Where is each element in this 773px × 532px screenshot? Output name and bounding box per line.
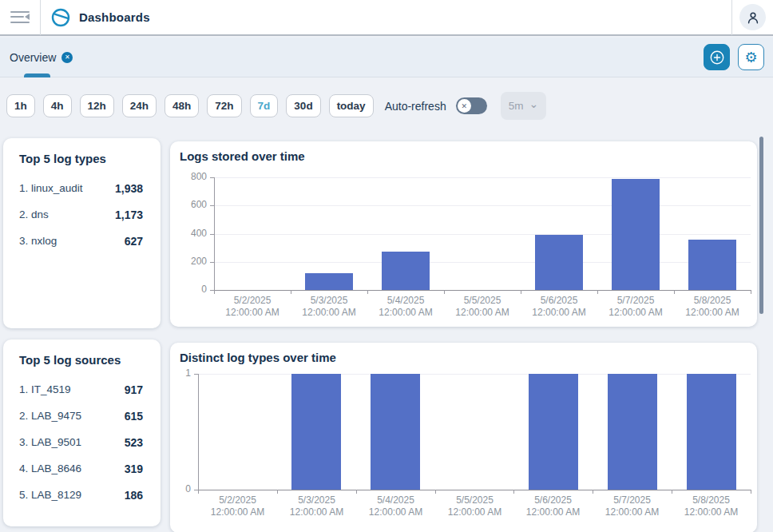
collapse-sidebar-button[interactable] — [0, 0, 40, 35]
time-range-button-4h[interactable]: 4h — [43, 94, 72, 117]
item-value: 615 — [125, 410, 143, 423]
item-value: 319 — [125, 463, 143, 475]
brand: Dashboards — [41, 7, 731, 28]
item-rank: 5. — [19, 489, 28, 501]
list-item[interactable]: 4. LAB_8646 319 — [3, 455, 161, 482]
main-content: 1h 4h 12h 24h 48h 72h 7d 30d today Auto-… — [0, 78, 773, 532]
time-range-button-30d[interactable]: 30d — [286, 94, 320, 117]
time-range-button-today[interactable]: today — [329, 94, 374, 117]
item-rank: 1. — [19, 383, 28, 395]
toggle-off-x-icon: ✕ — [458, 99, 471, 113]
item-name: nxlog — [31, 235, 57, 247]
plus-circle-icon — [708, 49, 726, 66]
item-rank: 1. — [19, 182, 28, 194]
item-value: 1,173 — [115, 208, 143, 221]
tab-overview-label: Overview — [10, 51, 56, 64]
refresh-interval-value: 5m — [509, 100, 524, 112]
top-log-sources-card: Top 5 log sources 1. IT_4519 917 2. LAB_… — [3, 339, 161, 526]
time-range-bar: 1h 4h 12h 24h 48h 72h 7d 30d today Auto-… — [6, 92, 546, 120]
user-icon — [745, 10, 761, 26]
list-item[interactable]: 2. LAB_9475 615 — [3, 403, 161, 429]
list-item[interactable]: 2. dns 1,173 — [3, 201, 161, 228]
app-root: Dashboards Overview ✕ — [0, 0, 773, 532]
time-range-button-72h[interactable]: 72h — [207, 94, 241, 117]
item-value: 917 — [125, 383, 143, 396]
auto-refresh-toggle[interactable]: ✕ — [456, 97, 487, 114]
time-range-button-1h[interactable]: 1h — [6, 94, 35, 117]
item-rank: 3. — [19, 235, 28, 247]
list-item[interactable]: 3. LAB_9501 523 — [3, 429, 161, 455]
top-log-types-card: Top 5 log types 1. linux_audit 1,938 2. … — [3, 138, 161, 328]
top-log-types-list: 1. linux_audit 1,938 2. dns 1,173 3. nxl… — [3, 175, 161, 254]
logs-stored-chart-card: Logs stored over time 02004006008005/2/2… — [170, 141, 757, 327]
vertical-scrollbar-thumb[interactable] — [759, 137, 763, 314]
item-name: LAB_9475 — [31, 410, 81, 422]
top-log-sources-list: 1. IT_4519 917 2. LAB_9475 615 3. LAB_95… — [3, 376, 161, 508]
item-name: linux_audit — [31, 182, 83, 194]
item-value: 186 — [125, 489, 143, 502]
dashboard-settings-button[interactable]: ⚙ — [738, 44, 764, 70]
refresh-interval-select[interactable]: 5m ⌄ — [501, 92, 547, 120]
user-avatar-button[interactable] — [732, 0, 773, 35]
app-logo-pie-icon — [50, 7, 71, 28]
item-rank: 4. — [19, 463, 28, 474]
top-log-sources-title: Top 5 log sources — [19, 353, 161, 367]
time-range-button-48h[interactable]: 48h — [165, 94, 199, 117]
collapse-menu-icon — [10, 11, 30, 24]
logs-stored-chart: 02004006008005/2/202512:00:00 AM5/3/2025… — [170, 141, 757, 327]
item-name: LAB_8129 — [31, 489, 81, 501]
distinct-log-types-chart-card: Distinct log types over time 015/2/20251… — [170, 343, 757, 532]
tab-close-icon[interactable]: ✕ — [61, 52, 73, 63]
item-value: 523 — [125, 436, 143, 449]
top-header: Dashboards — [0, 0, 773, 36]
tab-overview[interactable]: Overview ✕ — [0, 38, 84, 77]
header-right — [731, 0, 773, 35]
gear-icon: ⚙ — [744, 49, 757, 66]
item-value: 1,938 — [115, 182, 143, 195]
list-item[interactable]: 5. LAB_8129 186 — [3, 482, 161, 508]
list-item[interactable]: 1. linux_audit 1,938 — [3, 175, 161, 201]
item-name: LAB_9501 — [31, 436, 81, 448]
time-range-button-12h[interactable]: 12h — [80, 94, 114, 117]
dashboard-tabbar: Overview ✕ ⚙ — [0, 38, 773, 77]
time-range-button-7d[interactable]: 7d — [250, 94, 279, 117]
item-rank: 2. — [19, 410, 28, 422]
avatar — [739, 4, 766, 30]
item-value: 627 — [125, 235, 143, 248]
item-name: dns — [31, 208, 49, 220]
item-name: IT_4519 — [31, 383, 71, 395]
auto-refresh-label: Auto-refresh — [385, 100, 446, 113]
list-item[interactable]: 1. IT_4519 917 — [3, 376, 161, 403]
distinct-log-types-chart: 015/2/202512:00:00 AM5/3/202512:00:00 AM… — [170, 343, 757, 532]
top-log-types-title: Top 5 log types — [19, 152, 161, 165]
item-name: LAB_8646 — [31, 463, 81, 474]
time-range-button-24h[interactable]: 24h — [122, 94, 157, 117]
add-dashboard-button[interactable] — [704, 44, 730, 70]
tabbar-actions: ⚙ — [704, 44, 773, 70]
item-rank: 2. — [19, 208, 28, 220]
list-item[interactable]: 3. nxlog 627 — [3, 228, 161, 254]
page-title: Dashboards — [79, 10, 150, 24]
active-tab-underline — [24, 73, 50, 77]
item-rank: 3. — [19, 436, 28, 448]
